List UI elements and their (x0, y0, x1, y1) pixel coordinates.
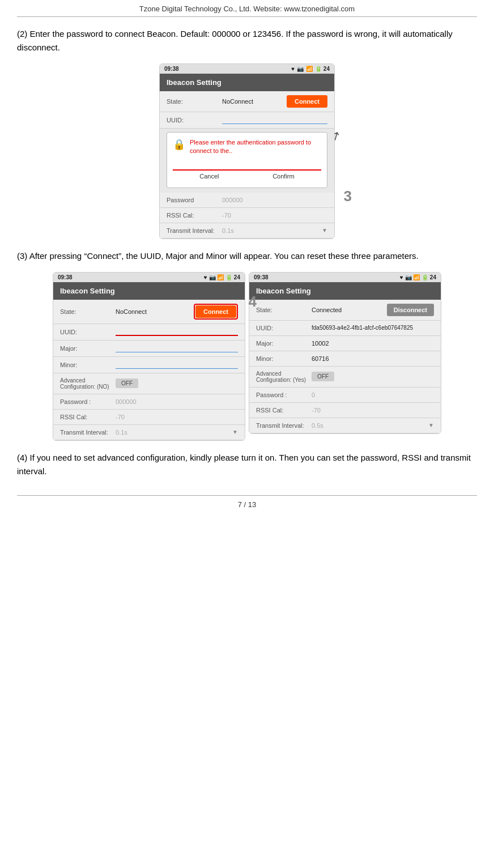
paragraph3: (3) After pressing “Connect”, the UUID, … (17, 249, 477, 263)
transmit-row-2l: Transmit Interval: 0.1s ▼ (53, 425, 245, 440)
state-row-2r: State: Connected Disconnect (249, 300, 441, 321)
off-button-2r[interactable]: OFF (312, 372, 334, 381)
dialog-box-1: 🔒 Please enter the authentication passwo… (167, 132, 327, 188)
phone-mockup-2-right: 09:38 ♥ 📷 📶 🔋 24 Ibeacon Setting State: … (249, 272, 441, 434)
rssi-row-2l: RSSI Cal: -70 (53, 410, 245, 425)
dialog-buttons-1: Cancel Confirm (173, 171, 321, 182)
major-input-2l[interactable] (116, 344, 238, 352)
password-input-dialog[interactable] (173, 160, 321, 171)
phone-body-2l: State: NoConnect Connect UUID: Major: (53, 300, 245, 440)
phone-title-2r: Ibeacon Setting (249, 282, 441, 300)
minor-row-2r: Minor: 60716 (249, 351, 441, 367)
status-bar-2l: 09:38 ♥ 📷 📶 🔋 24 (53, 273, 245, 282)
phone-title-1: Ibeacon Setting (160, 74, 334, 91)
paragraph1: (2) Enter the password to connect Beacon… (17, 27, 477, 54)
connect-button-2l[interactable]: Connect (195, 305, 236, 318)
status-bar-1: 09:38 ♥ 📷 📶 🔋 24 (160, 64, 334, 74)
page-header: Tzone Digital Technology Co., Ltd. Websi… (17, 0, 477, 17)
password-row-2l: Password : 000000 (53, 394, 245, 410)
connect-button-1[interactable]: Connect (287, 95, 327, 108)
lock-icon: 🔒 (173, 138, 185, 151)
phone-mockup-1: 09:38 ♥ 📷 📶 🔋 24 Ibeacon Setting State: … (159, 63, 335, 239)
uuid-row-2l: UUID: (53, 324, 245, 341)
uuid-input-2l[interactable] (116, 328, 238, 336)
transmit-row-1: Transmit Interval: 0.1s ▼ (160, 223, 334, 239)
major-row-2l: Major: (53, 341, 245, 357)
minor-row-2l: Minor: (53, 357, 245, 373)
state-row-1: State: NoConnect Connect (160, 91, 334, 112)
paragraph4: (4) If you need to set advanced configur… (17, 451, 477, 478)
uuid-row-1: UUID: (160, 112, 334, 129)
connect-outline-box: Connect (194, 304, 238, 320)
phone-body-2r: State: Connected Disconnect UUID: fda506… (249, 300, 441, 433)
phone-title-2l: Ibeacon Setting (53, 282, 245, 300)
off-button-2l[interactable]: OFF (116, 378, 138, 388)
uuid-input-1[interactable] (222, 116, 327, 124)
page-footer: 7 / 13 (17, 495, 477, 509)
password-row-1: Password 000000 (160, 193, 334, 208)
advanced-row-2r: Advanced Configuration: (Yes) OFF (249, 367, 441, 388)
step-number-4: 4 (249, 293, 257, 310)
dialog-text-1: Please enter the authentication password… (190, 138, 321, 156)
confirm-button-1[interactable]: Confirm (263, 171, 304, 182)
minor-input-2l[interactable] (116, 361, 238, 369)
step-number-3: 3 (344, 188, 352, 205)
status-icons-1: ♥ 📷 📶 🔋 24 (291, 66, 330, 72)
disconnect-button-2r[interactable]: Disconnect (387, 304, 434, 316)
cancel-button-1[interactable]: Cancel (190, 171, 228, 182)
phone-body-1: State: NoConnect Connect UUID: 🔒 Please … (160, 91, 334, 239)
phone-mockup-2-left: 09:38 ♥ 📷 📶 🔋 24 Ibeacon Setting State: … (53, 272, 245, 441)
screenshot1-container: 09:38 ♥ 📷 📶 🔋 24 Ibeacon Setting State: … (17, 63, 477, 239)
transmit-row-2r: Transmit Interval: 0.5s ▼ (249, 418, 441, 433)
rssi-row-1: RSSI Cal: -70 (160, 208, 334, 223)
advanced-row-2l: Advanced Configuration: (NO) OFF (53, 373, 245, 394)
rssi-row-2r: RSSI Cal: -70 (249, 403, 441, 418)
status-bar-2r: 09:38 ♥ 📷 📶 🔋 24 (249, 273, 441, 282)
password-row-2r: Password : 0 (249, 388, 441, 403)
uuid-row-2r: UUID: fda50693-a4e2-4fb1-afcf-c6eb076478… (249, 321, 441, 336)
major-row-2r: Major: 10002 (249, 336, 441, 351)
status-time-1: 09:38 (164, 66, 179, 72)
screenshots-side-by-side: 09:38 ♥ 📷 📶 🔋 24 Ibeacon Setting State: … (17, 272, 477, 441)
state-row-2l: State: NoConnect Connect (53, 300, 245, 324)
